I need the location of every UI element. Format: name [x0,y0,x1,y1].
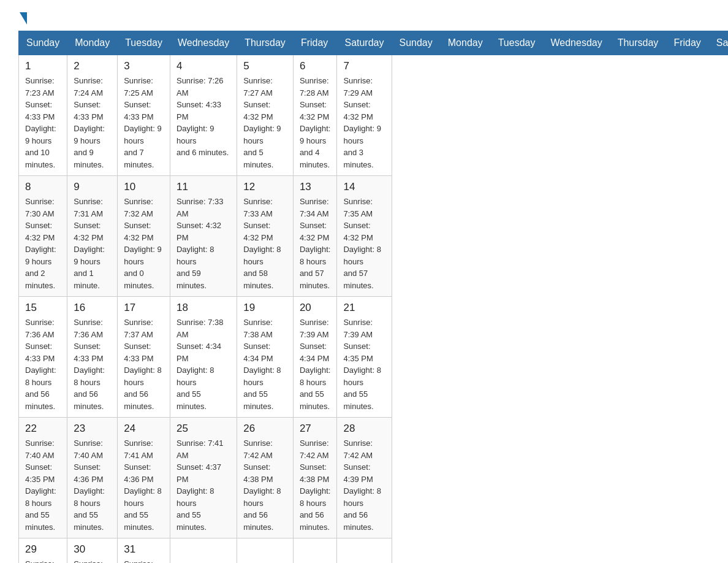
day-cell: 22 Sunrise: 7:40 AM Sunset: 4:35 PM Dayl… [19,418,67,538]
day-cell [293,538,337,564]
day-number: 2 [74,60,111,72]
day-info: Sunrise: 7:36 AM Sunset: 4:33 PM Dayligh… [25,316,61,412]
day-number: 8 [25,181,61,193]
header-friday: Friday [293,31,337,55]
day-cell: 28 Sunrise: 7:42 AM Sunset: 4:39 PM Dayl… [337,418,392,538]
day-info: Sunrise: 7:33 AM Sunset: 4:32 PM Dayligh… [243,196,287,291]
day-info: Sunrise: 7:42 AM Sunset: 4:38 PM Dayligh… [300,437,331,533]
day-cell: 30 Sunrise: 7:43 AM Sunset: 4:41 PM Dayl… [67,538,118,564]
day-info: Sunrise: 7:27 AM Sunset: 4:32 PM Dayligh… [243,75,287,170]
day-number: 18 [176,302,230,314]
day-info: Sunrise: 7:37 AM Sunset: 4:33 PM Dayligh… [124,316,164,412]
day-cell: 15 Sunrise: 7:36 AM Sunset: 4:33 PM Dayl… [19,297,67,418]
day-number: 27 [300,423,331,435]
day-info: Sunrise: 7:38 AM Sunset: 4:34 PM Dayligh… [176,316,230,412]
day-cell: 2 Sunrise: 7:24 AM Sunset: 4:33 PM Dayli… [67,55,118,176]
day-cell: 7 Sunrise: 7:29 AM Sunset: 4:32 PM Dayli… [337,55,392,176]
day-number: 14 [343,181,385,193]
day-cell: 21 Sunrise: 7:39 AM Sunset: 4:35 PM Dayl… [337,297,392,418]
week-row-4: 22 Sunrise: 7:40 AM Sunset: 4:35 PM Dayl… [19,418,729,538]
day-info: Sunrise: 7:43 AM Sunset: 4:41 PM Dayligh… [74,558,111,563]
day-cell: 1 Sunrise: 7:23 AM Sunset: 4:33 PM Dayli… [19,55,67,176]
day-info: Sunrise: 7:38 AM Sunset: 4:34 PM Dayligh… [243,316,287,412]
day-cell [237,538,294,564]
day-cell: 14 Sunrise: 7:35 AM Sunset: 4:32 PM Dayl… [337,176,392,297]
day-number: 23 [74,423,111,435]
day-info: Sunrise: 7:40 AM Sunset: 4:36 PM Dayligh… [74,437,111,533]
day-info: Sunrise: 7:32 AM Sunset: 4:32 PM Dayligh… [124,196,164,291]
day-cell [337,538,392,564]
day-number: 29 [25,543,61,556]
col-header-saturday: Saturday [708,31,728,55]
day-cell: 4 Sunrise: 7:26 AM Sunset: 4:33 PM Dayli… [170,55,237,176]
page-header [18,12,710,25]
day-cell: 3 Sunrise: 7:25 AM Sunset: 4:33 PM Dayli… [118,55,170,176]
day-cell: 5 Sunrise: 7:27 AM Sunset: 4:32 PM Dayli… [237,55,294,176]
header-saturday: Saturday [337,31,392,55]
day-number: 30 [74,543,111,556]
day-cell: 13 Sunrise: 7:34 AM Sunset: 4:32 PM Dayl… [293,176,337,297]
day-number: 20 [300,302,331,314]
day-cell [170,538,237,564]
header-row: SundayMondayTuesdayWednesdayThursdayFrid… [19,31,729,55]
week-row-3: 15 Sunrise: 7:36 AM Sunset: 4:33 PM Dayl… [19,297,729,418]
day-cell: 27 Sunrise: 7:42 AM Sunset: 4:38 PM Dayl… [293,418,337,538]
day-number: 7 [343,60,385,72]
header-thursday: Thursday [237,31,294,55]
day-info: Sunrise: 7:33 AM Sunset: 4:32 PM Dayligh… [176,196,230,291]
day-number: 11 [176,181,230,193]
day-number: 24 [124,423,164,435]
day-info: Sunrise: 7:35 AM Sunset: 4:32 PM Dayligh… [343,196,385,291]
day-info: Sunrise: 7:23 AM Sunset: 4:33 PM Dayligh… [25,75,61,170]
day-number: 21 [343,302,385,314]
day-info: Sunrise: 7:31 AM Sunset: 4:32 PM Dayligh… [74,196,111,291]
day-info: Sunrise: 7:34 AM Sunset: 4:32 PM Dayligh… [300,196,331,291]
day-info: Sunrise: 7:42 AM Sunset: 4:40 PM Dayligh… [25,558,61,563]
day-cell: 6 Sunrise: 7:28 AM Sunset: 4:32 PM Dayli… [293,55,337,176]
day-number: 12 [243,181,287,193]
day-info: Sunrise: 7:36 AM Sunset: 4:33 PM Dayligh… [74,316,111,412]
day-info: Sunrise: 7:25 AM Sunset: 4:33 PM Dayligh… [124,75,164,170]
day-cell: 25 Sunrise: 7:41 AM Sunset: 4:37 PM Dayl… [170,418,237,538]
day-number: 31 [124,543,164,556]
col-header-wednesday: Wednesday [543,31,610,55]
day-cell: 29 Sunrise: 7:42 AM Sunset: 4:40 PM Dayl… [19,538,67,564]
col-header-sunday: Sunday [392,31,440,55]
day-number: 19 [243,302,287,314]
day-cell: 23 Sunrise: 7:40 AM Sunset: 4:36 PM Dayl… [67,418,118,538]
day-cell: 17 Sunrise: 7:37 AM Sunset: 4:33 PM Dayl… [118,297,170,418]
day-cell: 18 Sunrise: 7:38 AM Sunset: 4:34 PM Dayl… [170,297,237,418]
week-row-1: 1 Sunrise: 7:23 AM Sunset: 4:33 PM Dayli… [19,55,729,176]
header-monday: Monday [67,31,118,55]
day-info: Sunrise: 7:41 AM Sunset: 4:37 PM Dayligh… [176,437,230,533]
day-info: Sunrise: 7:29 AM Sunset: 4:32 PM Dayligh… [343,75,385,170]
day-number: 13 [300,181,331,193]
day-number: 25 [176,423,230,435]
day-info: Sunrise: 7:26 AM Sunset: 4:33 PM Dayligh… [176,75,230,159]
day-info: Sunrise: 7:43 AM Sunset: 4:41 PM Dayligh… [124,558,164,563]
day-number: 26 [243,423,287,435]
col-header-monday: Monday [440,31,490,55]
day-number: 16 [74,302,111,314]
header-wednesday: Wednesday [170,31,237,55]
day-cell: 9 Sunrise: 7:31 AM Sunset: 4:32 PM Dayli… [67,176,118,297]
col-header-thursday: Thursday [610,31,666,55]
day-cell: 16 Sunrise: 7:36 AM Sunset: 4:33 PM Dayl… [67,297,118,418]
day-info: Sunrise: 7:41 AM Sunset: 4:36 PM Dayligh… [124,437,164,533]
day-number: 22 [25,423,61,435]
week-row-2: 8 Sunrise: 7:30 AM Sunset: 4:32 PM Dayli… [19,176,729,297]
day-number: 10 [124,181,164,193]
col-header-friday: Friday [666,31,708,55]
day-cell: 10 Sunrise: 7:32 AM Sunset: 4:32 PM Dayl… [118,176,170,297]
day-info: Sunrise: 7:30 AM Sunset: 4:32 PM Dayligh… [25,196,61,291]
day-number: 1 [25,60,61,72]
day-info: Sunrise: 7:39 AM Sunset: 4:35 PM Dayligh… [343,316,385,412]
header-sunday: Sunday [19,31,67,55]
day-number: 17 [124,302,164,314]
day-cell: 11 Sunrise: 7:33 AM Sunset: 4:32 PM Dayl… [170,176,237,297]
day-number: 4 [176,60,230,72]
day-info: Sunrise: 7:40 AM Sunset: 4:35 PM Dayligh… [25,437,61,533]
day-cell: 20 Sunrise: 7:39 AM Sunset: 4:34 PM Dayl… [293,297,337,418]
day-info: Sunrise: 7:24 AM Sunset: 4:33 PM Dayligh… [74,75,111,170]
calendar-table: SundayMondayTuesdayWednesdayThursdayFrid… [18,31,728,563]
